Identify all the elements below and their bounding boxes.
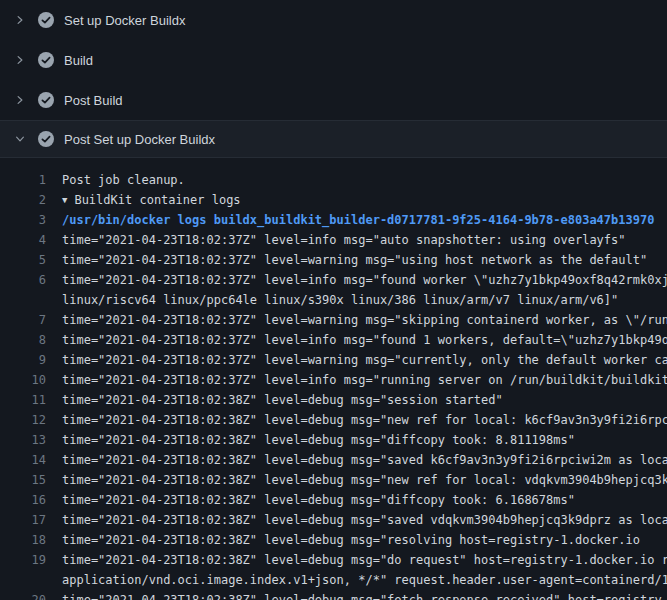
log-line: 20 time="2021-04-23T18:02:38Z" level=deb… — [0, 590, 667, 600]
line-number[interactable]: 11 — [0, 390, 46, 410]
line-number — [0, 570, 46, 590]
line-number[interactable]: 6 — [0, 270, 46, 290]
line-number[interactable]: 17 — [0, 510, 46, 530]
log-line: 12 time="2021-04-23T18:02:38Z" level=deb… — [0, 410, 667, 430]
log-line: 4 time="2021-04-23T18:02:37Z" level=info… — [0, 230, 667, 250]
log-line: 13 time="2021-04-23T18:02:38Z" level=deb… — [0, 430, 667, 450]
log-line: 5 time="2021-04-23T18:02:37Z" level=warn… — [0, 250, 667, 270]
log-text: linux/riscv64 linux/ppc64le linux/s390x … — [46, 290, 618, 310]
log-text: time="2021-04-23T18:02:38Z" level=debug … — [46, 450, 667, 470]
log-text: time="2021-04-23T18:02:38Z" level=debug … — [46, 510, 667, 530]
log-text: ▼BuildKit container logs — [46, 190, 241, 210]
line-number[interactable]: 15 — [0, 470, 46, 490]
log-line-wrapped: application/vnd.oci.image.index.v1+json,… — [0, 570, 667, 590]
step-section: Set up Docker Buildx — [0, 0, 667, 40]
steps-list: Set up Docker Buildx Build Post Build — [0, 0, 667, 600]
log-line: 7 time="2021-04-23T18:02:37Z" level=warn… — [0, 310, 667, 330]
step-header-set-up-docker-buildx[interactable]: Set up Docker Buildx — [0, 0, 667, 40]
log-group-header[interactable]: 2 ▼BuildKit container logs — [0, 190, 667, 210]
line-number[interactable]: 5 — [0, 250, 46, 270]
log-text: time="2021-04-23T18:02:37Z" level=info m… — [46, 330, 667, 350]
line-number[interactable]: 12 — [0, 410, 46, 430]
group-toggle-icon[interactable]: ▼ — [62, 190, 67, 210]
line-number[interactable]: 18 — [0, 530, 46, 550]
log-text: time="2021-04-23T18:02:37Z" level=info m… — [46, 370, 667, 390]
chevron-right-icon — [12, 12, 28, 28]
log-text: time="2021-04-23T18:02:37Z" level=warnin… — [46, 310, 667, 330]
log-line: 1 Post job cleanup. — [0, 170, 667, 190]
log-text: time="2021-04-23T18:02:38Z" level=debug … — [46, 410, 667, 430]
log-text: time="2021-04-23T18:02:37Z" level=info m… — [46, 270, 667, 290]
github-actions-log-viewer: Set up Docker Buildx Build Post Build — [0, 0, 667, 600]
step-logs: 1 Post job cleanup. 2 ▼BuildKit containe… — [0, 158, 667, 600]
check-circle-icon — [38, 92, 54, 108]
step-title: Set up Docker Buildx — [64, 13, 185, 28]
log-line: 6 time="2021-04-23T18:02:37Z" level=info… — [0, 270, 667, 290]
log-text: time="2021-04-23T18:02:37Z" level=warnin… — [46, 250, 647, 270]
chevron-down-icon — [12, 131, 28, 147]
log-text: time="2021-04-23T18:02:37Z" level=info m… — [46, 230, 626, 250]
step-title: Post Build — [64, 93, 123, 108]
chevron-right-icon — [12, 52, 28, 68]
line-number[interactable]: 9 — [0, 350, 46, 370]
log-line: 16 time="2021-04-23T18:02:38Z" level=deb… — [0, 490, 667, 510]
log-text: time="2021-04-23T18:02:38Z" level=debug … — [46, 470, 667, 490]
log-text: time="2021-04-23T18:02:38Z" level=debug … — [46, 430, 575, 450]
line-number[interactable]: 4 — [0, 230, 46, 250]
log-text: Post job cleanup. — [46, 170, 185, 190]
log-text: time="2021-04-23T18:02:38Z" level=debug … — [46, 530, 640, 550]
log-text: time="2021-04-23T18:02:37Z" level=warnin… — [46, 350, 667, 370]
line-number[interactable]: 16 — [0, 490, 46, 510]
step-header-post-set-up-docker-buildx[interactable]: Post Set up Docker Buildx — [0, 120, 667, 158]
log-line: 10 time="2021-04-23T18:02:37Z" level=inf… — [0, 370, 667, 390]
log-text: application/vnd.oci.image.index.v1+json,… — [46, 570, 667, 590]
log-line: 19 time="2021-04-23T18:02:38Z" level=deb… — [0, 550, 667, 570]
log-line: 8 time="2021-04-23T18:02:37Z" level=info… — [0, 330, 667, 350]
line-number[interactable]: 8 — [0, 330, 46, 350]
log-line: 9 time="2021-04-23T18:02:37Z" level=warn… — [0, 350, 667, 370]
line-number[interactable]: 20 — [0, 590, 46, 600]
log-line: 15 time="2021-04-23T18:02:38Z" level=deb… — [0, 470, 667, 490]
check-circle-icon — [38, 12, 54, 28]
step-header-build[interactable]: Build — [0, 40, 667, 80]
step-header-post-build[interactable]: Post Build — [0, 80, 667, 120]
step-title: Post Set up Docker Buildx — [64, 132, 215, 147]
line-number[interactable]: 19 — [0, 550, 46, 570]
step-section: Build — [0, 40, 667, 80]
line-number[interactable]: 2 — [0, 190, 46, 210]
log-line: 17 time="2021-04-23T18:02:38Z" level=deb… — [0, 510, 667, 530]
log-line: 11 time="2021-04-23T18:02:38Z" level=deb… — [0, 390, 667, 410]
step-section: Post Build — [0, 80, 667, 120]
log-text: time="2021-04-23T18:02:38Z" level=debug … — [46, 390, 503, 410]
check-circle-icon — [38, 52, 54, 68]
log-line: 14 time="2021-04-23T18:02:38Z" level=deb… — [0, 450, 667, 470]
line-number[interactable]: 14 — [0, 450, 46, 470]
line-number — [0, 290, 46, 310]
line-number[interactable]: 1 — [0, 170, 46, 190]
line-number[interactable]: 3 — [0, 210, 46, 230]
log-text: time="2021-04-23T18:02:38Z" level=debug … — [46, 490, 575, 510]
log-line-wrapped: linux/riscv64 linux/ppc64le linux/s390x … — [0, 290, 667, 310]
group-title: BuildKit container logs — [74, 193, 240, 207]
line-number[interactable]: 13 — [0, 430, 46, 450]
line-number[interactable]: 10 — [0, 370, 46, 390]
check-circle-icon — [38, 131, 54, 147]
log-text: time="2021-04-23T18:02:38Z" level=debug … — [46, 550, 667, 570]
log-text: time="2021-04-23T18:02:38Z" level=debug … — [46, 590, 667, 600]
log-line: 18 time="2021-04-23T18:02:38Z" level=deb… — [0, 530, 667, 550]
log-text: /usr/bin/docker logs buildx_buildkit_bui… — [46, 210, 654, 230]
line-number[interactable]: 7 — [0, 310, 46, 330]
chevron-right-icon — [12, 92, 28, 108]
step-section: Post Set up Docker Buildx 1 Post job cle… — [0, 120, 667, 600]
step-title: Build — [64, 53, 93, 68]
log-line-command: 3 /usr/bin/docker logs buildx_buildkit_b… — [0, 210, 667, 230]
